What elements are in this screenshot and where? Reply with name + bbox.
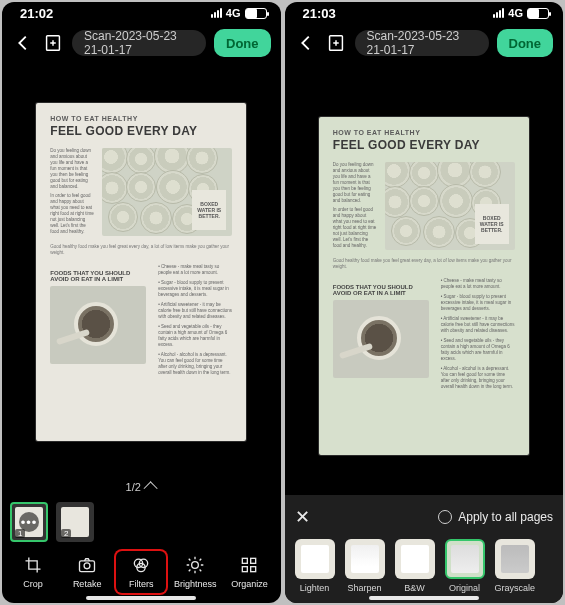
chevron-up-icon [143,481,157,495]
signal-icon [211,8,222,18]
thumbnail-2[interactable]: 2 [56,502,94,542]
filter-lighten[interactable]: Lighten [295,539,335,593]
radio-icon [438,510,452,524]
done-button[interactable]: Done [497,29,554,57]
status-bar: 21:02 4G [2,2,281,24]
network-label: 4G [508,7,523,19]
phone-right: 21:03 4G Scan-2023-05-23 21-01-17 Done H… [285,2,564,603]
svg-rect-12 [251,567,256,572]
doc-badge: BOXED WATER IS BETTER. [192,190,226,230]
svg-rect-11 [243,567,248,572]
filter-list: Lighten Sharpen B&W Original Grayscale [295,539,554,593]
apply-all-toggle[interactable]: Apply to all pages [438,510,553,524]
back-icon[interactable] [295,32,317,54]
home-indicator [369,596,479,600]
network-label: 4G [226,7,241,19]
back-icon[interactable] [12,32,34,54]
filter-bw[interactable]: B&W [395,539,435,593]
file-title-input[interactable]: Scan-2023-05-23 21-01-17 [72,30,206,56]
doc-badge: BOXED WATER IS BETTER. [475,204,509,244]
status-right: 4G [211,7,267,19]
doc-image-lemons: BOXED WATER IS BETTER. [385,162,515,250]
retake-button[interactable]: Retake [62,551,112,593]
filters-button[interactable]: Filters [116,551,166,593]
bottom-toolbar: Crop Retake Filters Brightness Organize [2,545,281,603]
home-indicator [86,596,196,600]
doc-image-coffee [50,286,146,364]
status-time: 21:03 [303,6,336,21]
status-right: 4G [493,7,549,19]
status-bar: 21:03 4G [285,2,564,24]
doc-title: FEEL GOOD EVERY DAY [50,124,232,138]
status-time: 21:02 [20,6,53,21]
battery-icon [245,8,267,19]
file-title-input[interactable]: Scan-2023-05-23 21-01-17 [355,30,489,56]
scanned-page: HOW TO EAT HEALTHY FEEL GOOD EVERY DAY D… [319,117,529,455]
filters-panel: ✕ Apply to all pages Lighten Sharpen B&W… [285,495,564,603]
svg-rect-9 [243,558,248,563]
file-title-text: Scan-2023-05-23 21-01-17 [367,29,477,57]
scanned-page: HOW TO EAT HEALTHY FEEL GOOD EVERY DAY D… [36,103,246,441]
doc-subtitle: HOW TO EAT HEALTHY [333,129,515,136]
add-page-icon[interactable] [42,32,64,54]
doc-h3: FOODS THAT YOU SHOULD AVOID OR EAT IN A … [333,284,433,296]
thumbnail-1[interactable]: ••• 1 [10,502,48,542]
scan-canvas[interactable]: HOW TO EAT HEALTHY FEEL GOOD EVERY DAY D… [285,62,564,495]
close-icon[interactable]: ✕ [295,506,310,528]
header: Scan-2023-05-23 21-01-17 Done [285,24,564,62]
crop-button[interactable]: Crop [8,551,58,593]
doc-image-coffee [333,300,429,378]
doc-title: FEEL GOOD EVERY DAY [333,138,515,152]
svg-rect-10 [251,558,256,563]
scan-canvas[interactable]: HOW TO EAT HEALTHY FEEL GOOD EVERY DAY D… [2,62,281,475]
doc-h3: FOODS THAT YOU SHOULD AVOID OR EAT IN A … [50,270,150,282]
svg-point-4 [84,563,90,569]
signal-icon [493,8,504,18]
brightness-button[interactable]: Brightness [170,551,220,593]
svg-point-8 [192,562,199,569]
header: Scan-2023-05-23 21-01-17 Done [2,24,281,62]
phone-left: 21:02 4G Scan-2023-05-23 21-01-17 Done H… [2,2,281,603]
battery-icon [527,8,549,19]
filter-grayscale[interactable]: Grayscale [495,539,536,593]
doc-subtitle: HOW TO EAT HEALTHY [50,115,232,122]
filter-original[interactable]: Original [445,539,485,593]
doc-image-lemons: BOXED WATER IS BETTER. [102,148,232,236]
done-button[interactable]: Done [214,29,271,57]
organize-button[interactable]: Organize [224,551,274,593]
file-title-text: Scan-2023-05-23 21-01-17 [84,29,194,57]
filter-sharpen[interactable]: Sharpen [345,539,385,593]
thumbnail-strip: ••• 1 2 [2,499,281,545]
page-indicator[interactable]: 1/2 [2,475,281,499]
add-page-icon[interactable] [325,32,347,54]
